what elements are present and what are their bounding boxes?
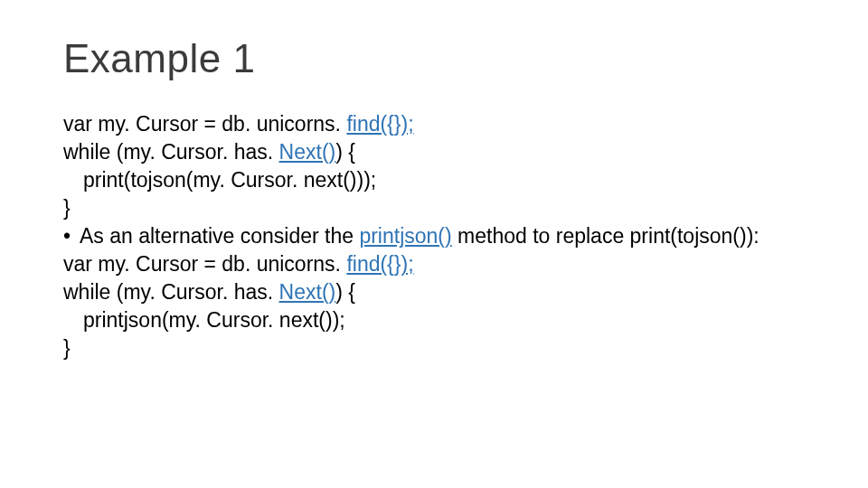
text-segment: var my. Cursor = db. unicorns. (63, 252, 346, 276)
code-line-8: printjson(my. Cursor. next()); (63, 306, 805, 334)
slide-title: Example 1 (63, 36, 805, 81)
code-line-4: } (63, 194, 805, 222)
code-line-1: var my. Cursor = db. unicorns. find({}); (63, 110, 805, 138)
link-printjson[interactable]: printjson() (359, 224, 451, 248)
link-next-2[interactable]: Next() (279, 280, 336, 304)
text-segment: var my. Cursor = db. unicorns. (63, 112, 346, 136)
code-line-7: while (my. Cursor. has. Next()) { (63, 278, 805, 306)
slide: Example 1 var my. Cursor = db. unicorns.… (0, 0, 868, 488)
text-segment: ) { (335, 280, 355, 304)
text-segment: while (my. Cursor. has. (63, 280, 279, 304)
text-segment: As an alternative consider the (80, 224, 359, 248)
bullet-line: As an alternative consider the printjson… (63, 222, 805, 250)
text-segment: while (my. Cursor. has. (63, 140, 279, 164)
code-line-6: var my. Cursor = db. unicorns. find({}); (63, 250, 805, 278)
code-line-2: while (my. Cursor. has. Next()) { (63, 138, 805, 166)
text-segment: ) { (335, 140, 355, 164)
link-find[interactable]: find({}); (346, 112, 413, 136)
text-segment: method to replace print(tojson()): (452, 224, 760, 248)
link-find-2[interactable]: find({}); (346, 252, 413, 276)
code-line-9: } (63, 334, 805, 362)
slide-body: var my. Cursor = db. unicorns. find({});… (63, 110, 805, 362)
link-next[interactable]: Next() (279, 140, 336, 164)
code-line-3: print(tojson(my. Cursor. next())); (63, 166, 805, 194)
